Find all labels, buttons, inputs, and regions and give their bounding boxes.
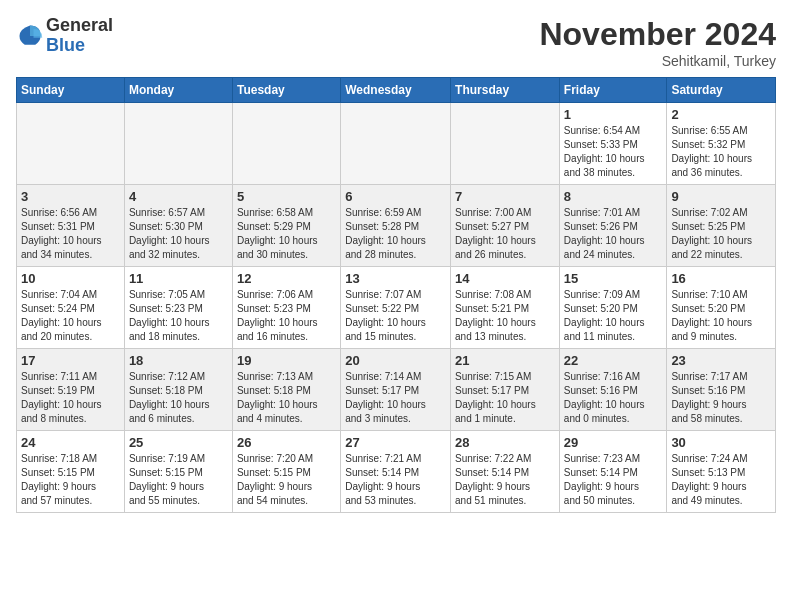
day-info: Sunrise: 7:01 AM Sunset: 5:26 PM Dayligh… (564, 206, 663, 262)
day-number: 11 (129, 271, 228, 286)
day-number: 22 (564, 353, 663, 368)
calendar-day-cell: 13Sunrise: 7:07 AM Sunset: 5:22 PM Dayli… (341, 267, 451, 349)
calendar-day-cell: 14Sunrise: 7:08 AM Sunset: 5:21 PM Dayli… (451, 267, 560, 349)
day-number: 18 (129, 353, 228, 368)
weekday-header-monday: Monday (124, 78, 232, 103)
day-number: 9 (671, 189, 771, 204)
day-number: 13 (345, 271, 446, 286)
day-number: 16 (671, 271, 771, 286)
day-number: 2 (671, 107, 771, 122)
day-info: Sunrise: 7:24 AM Sunset: 5:13 PM Dayligh… (671, 452, 771, 508)
calendar-day-cell: 4Sunrise: 6:57 AM Sunset: 5:30 PM Daylig… (124, 185, 232, 267)
day-number: 26 (237, 435, 336, 450)
page-header: General Blue November 2024 Sehitkamil, T… (16, 16, 776, 69)
day-info: Sunrise: 6:55 AM Sunset: 5:32 PM Dayligh… (671, 124, 771, 180)
day-number: 25 (129, 435, 228, 450)
calendar-week-row: 24Sunrise: 7:18 AM Sunset: 5:15 PM Dayli… (17, 431, 776, 513)
calendar-day-cell: 20Sunrise: 7:14 AM Sunset: 5:17 PM Dayli… (341, 349, 451, 431)
calendar-day-cell: 15Sunrise: 7:09 AM Sunset: 5:20 PM Dayli… (559, 267, 667, 349)
weekday-header-row: SundayMondayTuesdayWednesdayThursdayFrid… (17, 78, 776, 103)
calendar-table: SundayMondayTuesdayWednesdayThursdayFrid… (16, 77, 776, 513)
calendar-day-cell: 21Sunrise: 7:15 AM Sunset: 5:17 PM Dayli… (451, 349, 560, 431)
calendar-day-cell: 30Sunrise: 7:24 AM Sunset: 5:13 PM Dayli… (667, 431, 776, 513)
day-number: 7 (455, 189, 555, 204)
day-info: Sunrise: 7:02 AM Sunset: 5:25 PM Dayligh… (671, 206, 771, 262)
location-subtitle: Sehitkamil, Turkey (539, 53, 776, 69)
day-info: Sunrise: 6:57 AM Sunset: 5:30 PM Dayligh… (129, 206, 228, 262)
day-number: 5 (237, 189, 336, 204)
day-number: 8 (564, 189, 663, 204)
logo-general-text: General (46, 16, 113, 36)
weekday-header-friday: Friday (559, 78, 667, 103)
day-number: 10 (21, 271, 120, 286)
calendar-day-cell: 17Sunrise: 7:11 AM Sunset: 5:19 PM Dayli… (17, 349, 125, 431)
calendar-day-cell: 6Sunrise: 6:59 AM Sunset: 5:28 PM Daylig… (341, 185, 451, 267)
day-info: Sunrise: 7:07 AM Sunset: 5:22 PM Dayligh… (345, 288, 446, 344)
day-info: Sunrise: 7:05 AM Sunset: 5:23 PM Dayligh… (129, 288, 228, 344)
calendar-day-cell: 10Sunrise: 7:04 AM Sunset: 5:24 PM Dayli… (17, 267, 125, 349)
title-block: November 2024 Sehitkamil, Turkey (539, 16, 776, 69)
day-info: Sunrise: 7:22 AM Sunset: 5:14 PM Dayligh… (455, 452, 555, 508)
calendar-day-cell: 18Sunrise: 7:12 AM Sunset: 5:18 PM Dayli… (124, 349, 232, 431)
day-number: 20 (345, 353, 446, 368)
day-info: Sunrise: 7:10 AM Sunset: 5:20 PM Dayligh… (671, 288, 771, 344)
day-info: Sunrise: 7:11 AM Sunset: 5:19 PM Dayligh… (21, 370, 120, 426)
calendar-day-cell (124, 103, 232, 185)
calendar-week-row: 10Sunrise: 7:04 AM Sunset: 5:24 PM Dayli… (17, 267, 776, 349)
day-info: Sunrise: 7:16 AM Sunset: 5:16 PM Dayligh… (564, 370, 663, 426)
day-number: 21 (455, 353, 555, 368)
day-info: Sunrise: 7:08 AM Sunset: 5:21 PM Dayligh… (455, 288, 555, 344)
calendar-day-cell: 28Sunrise: 7:22 AM Sunset: 5:14 PM Dayli… (451, 431, 560, 513)
day-info: Sunrise: 7:20 AM Sunset: 5:15 PM Dayligh… (237, 452, 336, 508)
day-number: 17 (21, 353, 120, 368)
day-info: Sunrise: 6:54 AM Sunset: 5:33 PM Dayligh… (564, 124, 663, 180)
calendar-day-cell: 19Sunrise: 7:13 AM Sunset: 5:18 PM Dayli… (232, 349, 340, 431)
day-number: 3 (21, 189, 120, 204)
day-number: 15 (564, 271, 663, 286)
calendar-day-cell: 1Sunrise: 6:54 AM Sunset: 5:33 PM Daylig… (559, 103, 667, 185)
weekday-header-saturday: Saturday (667, 78, 776, 103)
day-info: Sunrise: 7:19 AM Sunset: 5:15 PM Dayligh… (129, 452, 228, 508)
day-info: Sunrise: 6:58 AM Sunset: 5:29 PM Dayligh… (237, 206, 336, 262)
day-number: 6 (345, 189, 446, 204)
month-title: November 2024 (539, 16, 776, 53)
calendar-day-cell: 26Sunrise: 7:20 AM Sunset: 5:15 PM Dayli… (232, 431, 340, 513)
day-number: 29 (564, 435, 663, 450)
day-number: 1 (564, 107, 663, 122)
logo-blue-text: Blue (46, 36, 113, 56)
day-number: 12 (237, 271, 336, 286)
calendar-day-cell (232, 103, 340, 185)
day-number: 27 (345, 435, 446, 450)
day-info: Sunrise: 7:17 AM Sunset: 5:16 PM Dayligh… (671, 370, 771, 426)
day-number: 28 (455, 435, 555, 450)
weekday-header-tuesday: Tuesday (232, 78, 340, 103)
day-info: Sunrise: 6:59 AM Sunset: 5:28 PM Dayligh… (345, 206, 446, 262)
day-info: Sunrise: 7:18 AM Sunset: 5:15 PM Dayligh… (21, 452, 120, 508)
day-info: Sunrise: 6:56 AM Sunset: 5:31 PM Dayligh… (21, 206, 120, 262)
calendar-day-cell: 29Sunrise: 7:23 AM Sunset: 5:14 PM Dayli… (559, 431, 667, 513)
calendar-day-cell: 11Sunrise: 7:05 AM Sunset: 5:23 PM Dayli… (124, 267, 232, 349)
day-info: Sunrise: 7:12 AM Sunset: 5:18 PM Dayligh… (129, 370, 228, 426)
day-info: Sunrise: 7:04 AM Sunset: 5:24 PM Dayligh… (21, 288, 120, 344)
calendar-day-cell: 16Sunrise: 7:10 AM Sunset: 5:20 PM Dayli… (667, 267, 776, 349)
weekday-header-wednesday: Wednesday (341, 78, 451, 103)
day-info: Sunrise: 7:09 AM Sunset: 5:20 PM Dayligh… (564, 288, 663, 344)
calendar-day-cell (341, 103, 451, 185)
logo-text: General Blue (46, 16, 113, 56)
calendar-day-cell: 5Sunrise: 6:58 AM Sunset: 5:29 PM Daylig… (232, 185, 340, 267)
calendar-day-cell: 22Sunrise: 7:16 AM Sunset: 5:16 PM Dayli… (559, 349, 667, 431)
day-number: 14 (455, 271, 555, 286)
day-info: Sunrise: 7:13 AM Sunset: 5:18 PM Dayligh… (237, 370, 336, 426)
day-number: 30 (671, 435, 771, 450)
day-number: 19 (237, 353, 336, 368)
calendar-day-cell: 24Sunrise: 7:18 AM Sunset: 5:15 PM Dayli… (17, 431, 125, 513)
calendar-day-cell: 7Sunrise: 7:00 AM Sunset: 5:27 PM Daylig… (451, 185, 560, 267)
day-number: 24 (21, 435, 120, 450)
calendar-week-row: 3Sunrise: 6:56 AM Sunset: 5:31 PM Daylig… (17, 185, 776, 267)
calendar-day-cell: 2Sunrise: 6:55 AM Sunset: 5:32 PM Daylig… (667, 103, 776, 185)
day-info: Sunrise: 7:23 AM Sunset: 5:14 PM Dayligh… (564, 452, 663, 508)
calendar-day-cell: 25Sunrise: 7:19 AM Sunset: 5:15 PM Dayli… (124, 431, 232, 513)
calendar-day-cell: 8Sunrise: 7:01 AM Sunset: 5:26 PM Daylig… (559, 185, 667, 267)
weekday-header-thursday: Thursday (451, 78, 560, 103)
calendar-day-cell: 9Sunrise: 7:02 AM Sunset: 5:25 PM Daylig… (667, 185, 776, 267)
